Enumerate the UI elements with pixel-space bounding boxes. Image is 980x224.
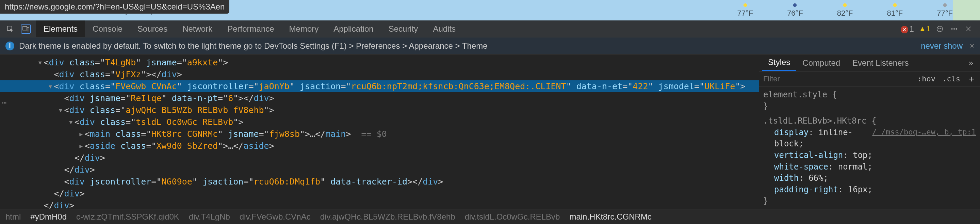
error-count[interactable]: ✕1 bbox=[901, 24, 914, 34]
breadcrumb-item[interactable]: main.HKt8rc.CGNRMc bbox=[569, 212, 651, 222]
tab-audits[interactable]: Audits bbox=[425, 21, 463, 37]
new-rule-icon[interactable]: ＋ bbox=[964, 73, 976, 85]
svg-point-8 bbox=[956, 28, 957, 29]
weather-temp: 77°F bbox=[937, 9, 953, 18]
dom-line[interactable]: <div jsname="ReIlqe" data-n-pt="6"></div… bbox=[0, 92, 759, 104]
svg-point-4 bbox=[939, 28, 939, 29]
tab-application[interactable]: Application bbox=[326, 21, 381, 37]
weather-temp: 76°F bbox=[787, 9, 803, 18]
tab-sources[interactable]: Sources bbox=[130, 21, 175, 37]
svg-rect-2 bbox=[27, 27, 29, 31]
kebab-icon[interactable] bbox=[950, 24, 959, 34]
style-rule[interactable]: .tsldL.RELBvb>.HKt8rc {/_/mss/boq-…ew,_b… bbox=[763, 115, 976, 209]
tab-performance[interactable]: Performance bbox=[220, 21, 282, 37]
style-rule[interactable]: element.style {} bbox=[763, 89, 976, 115]
inspect-icon[interactable] bbox=[5, 24, 15, 34]
svg-point-6 bbox=[951, 28, 953, 29]
source-link[interactable]: /_/mss/boq-…ew,_b,_tp:1 bbox=[872, 127, 976, 138]
info-icon: i bbox=[5, 41, 14, 50]
tab-memory[interactable]: Memory bbox=[282, 21, 326, 37]
dom-line[interactable]: ▾<div class="tsldL Oc0wGc RELBvb"> bbox=[0, 116, 759, 128]
styles-tab-styles[interactable]: Styles bbox=[762, 54, 796, 71]
styles-tab-computed[interactable]: Computed bbox=[796, 54, 846, 71]
weather-day: 82°F bbox=[837, 3, 853, 18]
styles-panel: StylesComputedEvent Listeners» :hov .cls… bbox=[759, 54, 980, 209]
devtools-tabs: ElementsConsoleSourcesNetworkPerformance… bbox=[0, 21, 980, 37]
weather-temp: 81°F bbox=[887, 9, 903, 18]
weather-strip: 77°F76°F82°F81°F77°F bbox=[737, 3, 966, 18]
warning-count[interactable]: ▲ 1 bbox=[919, 24, 930, 33]
tab-elements[interactable]: Elements bbox=[36, 21, 85, 37]
svg-point-5 bbox=[940, 28, 941, 29]
dom-line[interactable]: ▾<div class="ajwQHc BL5WZb RELBvb fV8ehb… bbox=[0, 104, 759, 116]
styles-filter-input[interactable] bbox=[763, 75, 914, 83]
devtools-panel: ElementsConsoleSourcesNetworkPerformance… bbox=[0, 21, 980, 224]
weather-day: 76°F bbox=[787, 3, 803, 18]
breadcrumb-item[interactable]: div.tsldL.Oc0wGc.RELBvb bbox=[465, 212, 560, 222]
dom-line[interactable]: ▸<main class="HKt8rc CGNRMc" jsname="fjw… bbox=[0, 128, 759, 140]
dom-line[interactable]: </div> bbox=[0, 200, 759, 209]
smiley-icon[interactable] bbox=[935, 24, 945, 34]
dom-line[interactable]: <div jscontroller="NG09oe" jsaction="rcu… bbox=[0, 176, 759, 187]
dom-tree[interactable]: … ▾<div class="T4LgNb" jsname="a9kxte"> … bbox=[0, 54, 759, 209]
tab-console[interactable]: Console bbox=[85, 21, 130, 37]
infobar-close-icon[interactable]: ✕ bbox=[969, 42, 975, 50]
weather-day: 77°F bbox=[937, 3, 953, 18]
breadcrumb-item[interactable]: html bbox=[5, 212, 21, 222]
infobar-never-show[interactable]: never show bbox=[921, 41, 969, 51]
close-devtools-icon[interactable] bbox=[964, 24, 973, 34]
svg-point-3 bbox=[937, 26, 943, 32]
weather-sun-icon bbox=[843, 3, 847, 8]
hov-toggle[interactable]: :hov bbox=[914, 75, 939, 83]
dom-line[interactable]: <div class="VjFXz"></div> bbox=[0, 68, 759, 80]
weather-cloud-icon bbox=[943, 3, 947, 8]
weather-day: 77°F bbox=[737, 3, 753, 18]
breadcrumb-item[interactable]: div.T4LgNb bbox=[189, 212, 230, 222]
styles-tab-event-listeners[interactable]: Event Listeners bbox=[846, 54, 915, 71]
infobar-text: Dark theme is enabled by default. To swi… bbox=[19, 41, 488, 51]
dom-line[interactable]: ▸<aside class="Xw9d0 SbZred">…</aside> bbox=[0, 140, 759, 152]
weather-temp: 77°F bbox=[737, 9, 753, 18]
dom-line[interactable]: ▾<div class="FVeGwb CVnAc" jscontroller=… bbox=[0, 80, 759, 92]
url-tooltip: https://news.google.com/?hl=en-US&gl=US&… bbox=[0, 0, 229, 14]
dom-line[interactable]: </div> bbox=[0, 187, 759, 200]
svg-rect-1 bbox=[23, 26, 27, 30]
styles-rules[interactable]: element.style {}.tsldL.RELBvb>.HKt8rc {/… bbox=[759, 86, 980, 209]
svg-point-7 bbox=[954, 28, 955, 29]
styles-tabs-more-icon[interactable]: » bbox=[965, 58, 977, 68]
dom-line[interactable]: </div> bbox=[0, 152, 759, 164]
breadcrumb-item[interactable]: #yDmH0d bbox=[30, 212, 67, 222]
dom-breadcrumbs: html#yDmH0dc-wiz.zQTmif.SSPGKf.qid0Kdiv.… bbox=[0, 209, 980, 224]
infobar: i Dark theme is enabled by default. To s… bbox=[0, 37, 980, 54]
tab-security[interactable]: Security bbox=[381, 21, 426, 37]
weather-day: 81°F bbox=[887, 3, 903, 18]
breadcrumb-item[interactable]: div.FVeGwb.CVnAc bbox=[240, 212, 311, 222]
device-toggle-icon[interactable] bbox=[21, 24, 30, 34]
breadcrumb-item[interactable]: div.ajwQHc.BL5WZb.RELBvb.fV8ehb bbox=[320, 212, 455, 222]
weather-sun-icon bbox=[743, 3, 748, 8]
breadcrumb-item[interactable]: c-wiz.zQTmif.SSPGKf.qid0K bbox=[76, 212, 179, 222]
gutter-ellipsis: … bbox=[2, 96, 6, 106]
cls-toggle[interactable]: .cls bbox=[939, 75, 964, 83]
dom-line[interactable]: </div> bbox=[0, 164, 759, 176]
tab-network[interactable]: Network bbox=[175, 21, 220, 37]
weather-temp: 82°F bbox=[837, 9, 853, 18]
dom-line[interactable]: ▾<div class="T4LgNb" jsname="a9kxte"> bbox=[0, 57, 759, 68]
weather-night-icon bbox=[792, 3, 797, 8]
weather-sun-icon bbox=[892, 3, 897, 8]
